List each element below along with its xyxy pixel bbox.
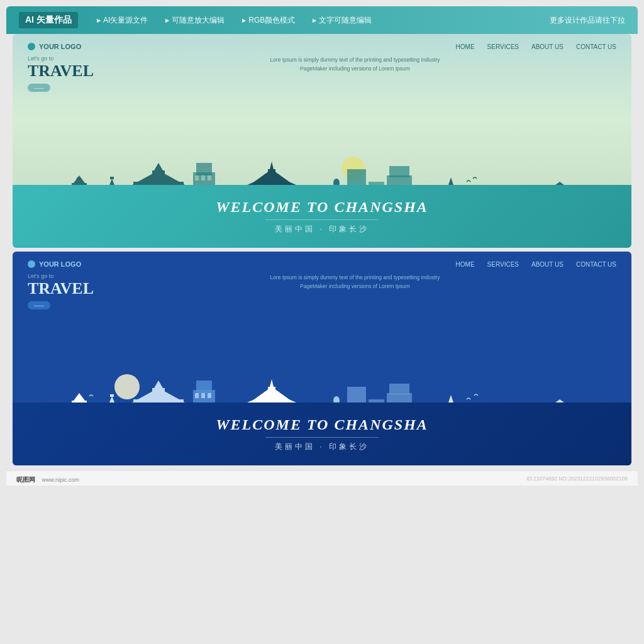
banner-item-1: AI矢量源文件 <box>97 15 148 26</box>
card1-hero-center: Lore Ipsum is simply dummy text of the p… <box>94 55 616 74</box>
svg-marker-85 <box>74 393 85 401</box>
welcome-divider-dark <box>265 437 379 438</box>
page-footer: 昵图网 www.nipic.com ID:21074692 NO:2023122… <box>6 470 638 486</box>
svg-marker-15 <box>109 179 114 185</box>
card2-navlinks: HOME SERVICES ABOUT US CONTACT US <box>456 261 616 268</box>
card1-hero: Let's go to TRAVEL —— Lore Ipsum is simp… <box>13 53 631 92</box>
svg-rect-106 <box>208 393 211 398</box>
card2-hero: Let's go to TRAVEL —— Lore Ipsum is simp… <box>13 270 631 309</box>
banner-item-4: 文字可随意编辑 <box>313 15 372 26</box>
nav-contact-2[interactable]: CONTACT US <box>576 261 616 268</box>
banner-item-3: RGB颜色模式 <box>242 15 295 26</box>
welcome-title-light: WELCOME TO CHANGSHA <box>216 199 428 216</box>
nav-services-2[interactable]: SERVICES <box>487 261 519 268</box>
svg-marker-122 <box>270 379 274 387</box>
card2-logo: YOUR LOGO <box>28 260 81 268</box>
card2-hero-left: Let's go to TRAVEL —— <box>28 273 94 309</box>
nav-home-1[interactable]: HOME <box>456 43 475 50</box>
svg-rect-96 <box>152 388 165 393</box>
svg-rect-29 <box>195 175 199 180</box>
svg-marker-134 <box>448 395 453 402</box>
svg-rect-105 <box>201 393 205 398</box>
svg-rect-104 <box>195 393 199 398</box>
footer-url: www.nipic.com <box>42 477 79 483</box>
footer-left: 昵图网 www.nipic.com <box>16 473 79 484</box>
card1-cta-button[interactable]: —— <box>28 84 50 92</box>
card1-nav: YOUR LOGO HOME SERVICES ABOUT US CONTACT… <box>13 34 631 53</box>
welcome-divider-light <box>265 219 379 220</box>
card2-desc1: Lore Ipsum is simply dummy text of the p… <box>100 273 610 282</box>
svg-rect-129 <box>389 384 409 395</box>
card1-logo-text: YOUR LOGO <box>39 43 81 50</box>
svg-rect-103 <box>196 380 212 393</box>
card-light: YOUR LOGO HOME SERVICES ABOUT US CONTACT… <box>13 34 631 248</box>
banner-item-2: 可随意放大编辑 <box>165 15 225 26</box>
svg-rect-21 <box>152 170 165 175</box>
svg-marker-90 <box>109 396 114 402</box>
svg-marker-22 <box>154 163 163 170</box>
svg-rect-54 <box>389 166 409 177</box>
svg-rect-16 <box>110 177 114 179</box>
svg-point-78 <box>114 374 140 399</box>
card1-navlinks: HOME SERVICES ABOUT US CONTACT US <box>456 43 616 50</box>
card2-lets-go: Let's go to <box>28 273 94 279</box>
svg-rect-31 <box>208 175 211 180</box>
svg-marker-47 <box>270 162 274 169</box>
svg-rect-91 <box>110 394 114 397</box>
svg-rect-30 <box>201 175 205 180</box>
nav-services-1[interactable]: SERVICES <box>487 43 519 50</box>
card1-lets-go: Let's go to <box>28 55 94 62</box>
banner-more: 更多设计作品请往下拉 <box>550 15 625 26</box>
footer-id-info: ID:21074692 NO:20231222102936002109 <box>526 475 628 482</box>
card2-nav: YOUR LOGO HOME SERVICES ABOUT US CONTACT… <box>13 252 631 270</box>
welcome-subtitle-light: 美丽中国 · 印象长沙 <box>275 224 369 235</box>
card2-travel-title: TRAVEL <box>28 279 94 298</box>
welcome-band-dark: WELCOME TO CHANGSHA 美丽中国 · 印象长沙 <box>13 402 631 465</box>
logo-circle-dark-icon <box>28 260 35 268</box>
card2-cta-button[interactable]: —— <box>28 301 50 309</box>
svg-rect-28 <box>196 163 212 175</box>
welcome-section-light: WELCOME TO CHANGSHA 美丽中国 · 印象长沙 <box>13 185 631 248</box>
card-dark: YOUR LOGO HOME SERVICES ABOUT US CONTACT… <box>13 252 631 465</box>
welcome-section-dark: WELCOME TO CHANGSHA 美丽中国 · 印象长沙 <box>13 402 631 465</box>
card1-logo: YOUR LOGO <box>28 43 81 50</box>
welcome-title-dark: WELCOME TO CHANGSHA <box>216 416 428 433</box>
nav-about-2[interactable]: ABOUT US <box>531 261 564 268</box>
svg-marker-10 <box>74 175 85 183</box>
main-container: YOUR LOGO HOME SERVICES ABOUT US CONTACT… <box>6 34 638 465</box>
svg-marker-97 <box>154 380 163 388</box>
svg-rect-46 <box>268 169 275 174</box>
logo-circle-icon <box>28 43 35 50</box>
card2-logo-text: YOUR LOGO <box>39 260 81 268</box>
card1-desc1: Lore Ipsum is simply dummy text of the p… <box>100 55 610 64</box>
svg-marker-59 <box>448 177 453 185</box>
banner-items: AI矢量源文件 可随意放大编辑 RGB颜色模式 文字可随意编辑 <box>97 15 531 26</box>
card1-hero-left: Let's go to TRAVEL —— <box>28 55 94 92</box>
welcome-band-light: WELCOME TO CHANGSHA 美丽中国 · 印象长沙 <box>13 185 631 248</box>
banner-logo-text: AI 矢量作品 <box>25 14 72 25</box>
footer-brand: 昵图网 <box>16 476 35 483</box>
card2-desc2: PageMaker including versions of Lorem Ip… <box>100 282 610 291</box>
welcome-subtitle-dark: 美丽中国 · 印象长沙 <box>275 441 369 452</box>
nav-contact-1[interactable]: CONTACT US <box>576 43 616 50</box>
banner-logo: AI 矢量作品 <box>19 12 78 28</box>
nav-about-1[interactable]: ABOUT US <box>531 43 564 50</box>
svg-rect-121 <box>268 387 275 392</box>
card1-travel-title: TRAVEL <box>28 62 94 80</box>
card1-desc2: PageMaker including versions of Lorem Ip… <box>100 64 610 73</box>
top-banner: AI 矢量作品 AI矢量源文件 可随意放大编辑 RGB颜色模式 文字可随意编辑 … <box>6 6 638 34</box>
card2-hero-center: Lore Ipsum is simply dummy text of the p… <box>94 273 616 291</box>
nav-home-2[interactable]: HOME <box>456 261 475 268</box>
